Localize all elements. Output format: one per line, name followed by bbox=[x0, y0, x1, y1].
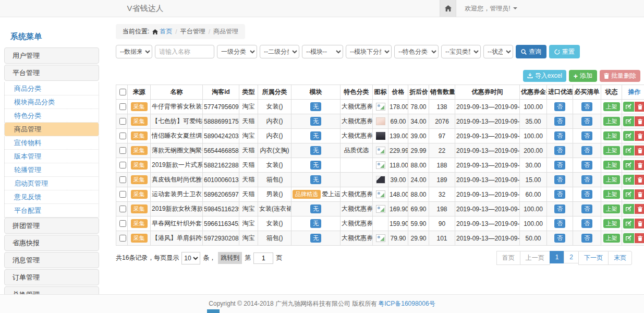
mustbuy-toggle-badge[interactable]: 否 bbox=[581, 102, 592, 111]
row-checkbox[interactable] bbox=[119, 220, 126, 227]
sidebar-item[interactable]: 模块商品分类 bbox=[4, 95, 99, 109]
sidebar-item[interactable]: 拼团管理 bbox=[4, 218, 99, 234]
name-search-input[interactable] bbox=[155, 45, 214, 58]
edit-button[interactable] bbox=[623, 146, 634, 155]
status-select[interactable]: --状态-- bbox=[483, 45, 513, 58]
module-sub-select[interactable]: --模块下分类-- bbox=[346, 45, 392, 58]
mustbuy-toggle-badge[interactable]: 否 bbox=[581, 146, 592, 155]
mustbuy-toggle-badge[interactable]: 否 bbox=[581, 204, 592, 213]
edit-button[interactable] bbox=[623, 102, 634, 112]
module-badge[interactable]: 无 bbox=[310, 131, 321, 140]
module-select[interactable]: --模块-- bbox=[302, 45, 343, 58]
status-badge[interactable]: 上架 bbox=[603, 234, 620, 243]
import-excel-button[interactable]: 导入excel bbox=[523, 70, 566, 82]
import-toggle-badge[interactable]: 否 bbox=[554, 102, 565, 111]
sidebar-item[interactable]: 兑换管理 bbox=[4, 286, 99, 294]
mustbuy-toggle-badge[interactable]: 否 bbox=[581, 117, 592, 126]
select-all-checkbox[interactable] bbox=[119, 89, 126, 95]
row-checkbox[interactable] bbox=[119, 191, 126, 198]
delete-button[interactable] bbox=[635, 146, 644, 155]
delete-button[interactable] bbox=[635, 175, 644, 185]
status-badge[interactable]: 上架 bbox=[603, 161, 620, 170]
page-size-select[interactable]: 10 bbox=[181, 252, 200, 264]
mustbuy-toggle-badge[interactable]: 否 bbox=[581, 131, 592, 140]
row-checkbox[interactable] bbox=[119, 206, 126, 212]
status-badge[interactable]: 上架 bbox=[603, 175, 620, 184]
import-toggle-badge[interactable]: 否 bbox=[554, 146, 565, 155]
sidebar-item[interactable]: 省惠快报 bbox=[4, 235, 99, 251]
delete-button[interactable] bbox=[635, 131, 644, 141]
page-button[interactable]: 1 bbox=[550, 251, 565, 263]
edit-button[interactable] bbox=[623, 131, 634, 141]
sidebar-item[interactable]: 平台管理 bbox=[4, 65, 99, 81]
delete-button[interactable] bbox=[635, 233, 644, 243]
module-badge[interactable]: 无 bbox=[310, 175, 321, 184]
delete-button[interactable] bbox=[635, 189, 644, 199]
home-button[interactable] bbox=[440, 0, 456, 17]
mustbuy-toggle-badge[interactable]: 否 bbox=[581, 175, 592, 184]
mustbuy-toggle-badge[interactable]: 否 bbox=[581, 219, 592, 228]
edit-button[interactable] bbox=[623, 233, 634, 243]
delete-button[interactable] bbox=[635, 102, 644, 112]
sidebar-item[interactable]: 商品管理 bbox=[4, 123, 99, 136]
sidebar-item[interactable]: 启动页管理 bbox=[4, 177, 99, 190]
sidebar-item[interactable]: 轮播管理 bbox=[4, 163, 99, 177]
row-checkbox[interactable] bbox=[119, 118, 126, 125]
status-badge[interactable]: 上架 bbox=[603, 204, 620, 213]
add-button[interactable]: + 添加 bbox=[569, 70, 597, 82]
status-badge[interactable]: 上架 bbox=[603, 117, 620, 126]
level1-category-select[interactable]: 一级分类 bbox=[217, 45, 257, 58]
import-toggle-badge[interactable]: 否 bbox=[554, 161, 565, 170]
import-toggle-badge[interactable]: 否 bbox=[554, 175, 565, 184]
sidebar-item[interactable]: 宣传物料 bbox=[4, 136, 99, 150]
edit-button[interactable] bbox=[623, 189, 634, 199]
edit-button[interactable] bbox=[623, 204, 634, 214]
batch-delete-button[interactable]: 批量删除 bbox=[600, 70, 640, 82]
page-button[interactable]: 上一页 bbox=[520, 251, 550, 265]
sidebar-item[interactable]: 商品分类 bbox=[4, 82, 99, 95]
sidebar-item[interactable]: 意见反馈 bbox=[4, 190, 99, 204]
row-checkbox[interactable] bbox=[119, 133, 126, 139]
import-toggle-badge[interactable]: 否 bbox=[554, 131, 565, 140]
page-number-input[interactable] bbox=[253, 252, 273, 264]
page-button[interactable]: 2 bbox=[564, 251, 579, 263]
level2-category-select[interactable]: --二级分类-- bbox=[260, 45, 299, 58]
status-badge[interactable]: 上架 bbox=[603, 102, 620, 111]
module-badge[interactable]: 无 bbox=[310, 117, 321, 126]
mustbuy-toggle-badge[interactable]: 否 bbox=[581, 234, 592, 243]
breadcrumb-home-link[interactable]: 首页 bbox=[152, 27, 172, 36]
import-toggle-badge[interactable]: 否 bbox=[554, 219, 565, 228]
delete-button[interactable] bbox=[635, 204, 644, 214]
search-button[interactable]: 查询 bbox=[516, 45, 546, 58]
status-badge[interactable]: 上架 bbox=[603, 190, 620, 199]
page-button[interactable]: 下一页 bbox=[578, 251, 609, 265]
row-checkbox[interactable] bbox=[119, 103, 126, 110]
status-badge[interactable]: 上架 bbox=[603, 219, 620, 228]
mustbuy-toggle-badge[interactable]: 否 bbox=[581, 161, 592, 170]
sidebar-item[interactable]: 订单管理 bbox=[4, 269, 99, 285]
module-badge[interactable]: 无 bbox=[310, 234, 321, 243]
edit-button[interactable] bbox=[623, 160, 634, 170]
edit-button[interactable] bbox=[623, 175, 634, 185]
import-toggle-badge[interactable]: 否 bbox=[554, 190, 565, 199]
reset-button[interactable]: 重置 bbox=[549, 45, 580, 58]
row-checkbox[interactable] bbox=[119, 176, 126, 183]
page-button[interactable]: 末页 bbox=[608, 251, 632, 265]
import-toggle-badge[interactable]: 否 bbox=[554, 234, 565, 243]
page-button[interactable]: 首页 bbox=[496, 251, 520, 265]
row-checkbox[interactable] bbox=[119, 162, 126, 168]
row-checkbox[interactable] bbox=[119, 147, 126, 154]
module-badge[interactable]: 无 bbox=[310, 102, 321, 111]
user-menu[interactable]: 欢迎您，管理员! bbox=[465, 4, 517, 13]
sidebar-item[interactable]: 特色分类 bbox=[4, 109, 99, 123]
status-badge[interactable]: 上架 bbox=[603, 146, 620, 155]
module-badge[interactable]: 无 bbox=[310, 219, 321, 228]
sidebar-item[interactable]: 平台配置 bbox=[4, 204, 99, 218]
sidebar-item[interactable]: 版本管理 bbox=[4, 150, 99, 163]
module-badge[interactable]: 品牌精选 bbox=[293, 190, 321, 199]
module-badge[interactable]: 无 bbox=[310, 161, 321, 170]
item-type-select[interactable]: --宝贝类型-- bbox=[441, 45, 481, 58]
sidebar-item[interactable]: 用户管理 bbox=[4, 47, 99, 64]
sidebar-item[interactable]: 消息管理 bbox=[4, 252, 99, 268]
import-toggle-badge[interactable]: 否 bbox=[554, 204, 565, 213]
